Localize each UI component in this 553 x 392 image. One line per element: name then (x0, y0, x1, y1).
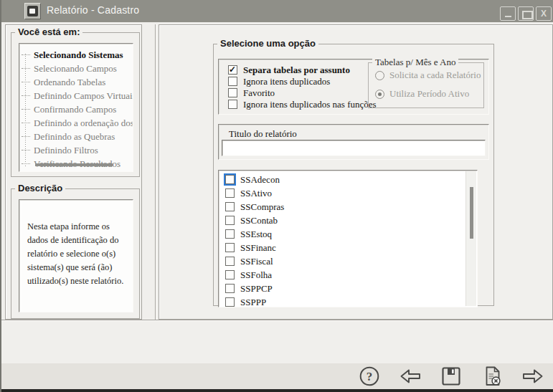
forward-button[interactable] (522, 365, 544, 387)
radio-utiliza-periodo[interactable]: Utiliza Período Ativo (375, 89, 469, 99)
radio-solicita-relatorio[interactable]: Solicita a cada Relatório (375, 70, 481, 80)
tree-branch-icon (22, 109, 30, 110)
system-item-ppp[interactable]: SSPPP (225, 295, 477, 309)
step-item-ordenacao-campos[interactable]: Definindo a ordenação dos Campos (19, 116, 133, 130)
system-item-fiscal[interactable]: SSFiscal (225, 254, 477, 268)
select-option-group-title: Selecione uma opção (217, 38, 318, 49)
checkbox-icon[interactable] (228, 100, 237, 109)
horizontal-scrollbar[interactable] (35, 163, 112, 166)
report-title-label: Titulo do relatório (229, 128, 297, 140)
radio-icon[interactable] (375, 71, 384, 80)
forward-arrow-icon (522, 365, 544, 387)
description-group-title: Descrição (15, 183, 65, 193)
steps-tree[interactable]: Selecionando Sistemas Selecionando Campo… (19, 43, 133, 172)
minimize-button[interactable] (500, 6, 516, 21)
checkbox-icon[interactable] (225, 284, 235, 293)
system-item-compras[interactable]: SSCompras (225, 200, 477, 214)
save-button[interactable] (440, 365, 462, 387)
description-box: Nesta etapa informe os dados de identifi… (19, 199, 133, 312)
report-title-input[interactable] (222, 140, 486, 156)
step-item-ordenando-tabelas[interactable]: Ordenando Tabelas (19, 75, 133, 89)
system-item-folha[interactable]: SSFolha (225, 268, 477, 282)
options-panel: Selecione uma opção Separa tabelas por a… (159, 24, 553, 320)
checkbox-icon[interactable] (225, 188, 235, 198)
tree-branch-icon (22, 150, 30, 150)
navigation-toolbar: ? (1, 363, 553, 389)
option-favorito[interactable]: Favorito (228, 87, 275, 98)
option-separa-tabelas[interactable]: Separa tabelas por assunto (228, 64, 350, 75)
back-arrow-icon (400, 365, 421, 387)
radio-selected-icon[interactable] (375, 90, 384, 99)
steps-group: Você está em: Selecionando Sistemas Sele… (11, 32, 140, 177)
tables-month-year-group: Tabelas p/ Mês e Ano Solicita a cada Rel… (368, 62, 484, 108)
wizard-steps-panel: Você está em: Selecionando Sistemas Sele… (5, 24, 142, 320)
help-button[interactable]: ? (359, 365, 380, 387)
dialog-window: Relatório - Cadastro X Você está em: Sel… (0, 0, 553, 392)
option-ignora-duplicados-funcoes[interactable]: Ignora itens duplicados nas funções (228, 99, 377, 110)
checkbox-icon[interactable] (228, 88, 237, 97)
checkbox-icon[interactable] (225, 297, 235, 307)
save-floppy-icon (440, 365, 462, 387)
svg-text:?: ? (367, 370, 373, 383)
report-title-box: Titulo do relatório (218, 124, 489, 160)
tables-group-title: Tabelas p/ Mês e Ano (372, 57, 458, 68)
delete-report-icon (481, 365, 503, 387)
checkbox-icon[interactable] (225, 202, 235, 211)
help-icon: ? (359, 365, 380, 387)
description-group: Descrição Nesta etapa informe os dados d… (11, 188, 140, 319)
checkbox-focused-icon[interactable] (225, 175, 235, 184)
title-bar[interactable]: Relatório - Cadastro X (1, 0, 553, 22)
description-text: Nesta etapa informe os dados de identifi… (27, 220, 126, 288)
checkbox-icon[interactable] (225, 270, 235, 279)
tree-branch-icon (22, 54, 30, 55)
window-title: Relatório - Cadastro (47, 4, 139, 16)
system-item-estoq[interactable]: SSEstoq (225, 227, 477, 241)
step-item-confirmando-campos[interactable]: Confirmando Campos (19, 102, 133, 116)
system-item-financ[interactable]: SSFinanc (225, 241, 477, 254)
back-button[interactable] (400, 365, 421, 387)
steps-group-title: Você está em: (15, 27, 82, 37)
close-button[interactable]: X (536, 6, 552, 21)
tree-branch-icon (22, 123, 30, 123)
step-item-selecionando-campos[interactable]: Selecionando Campos (19, 62, 133, 75)
option-ignora-duplicados[interactable]: Ignora itens duplicados (228, 76, 330, 87)
scrollbar-thumb[interactable] (470, 187, 473, 239)
system-item-adecon[interactable]: SSAdecon (225, 173, 477, 186)
panel-divider (155, 24, 156, 320)
checkbox-icon[interactable] (225, 229, 235, 239)
report-icon (27, 6, 38, 16)
tree-line-icon (25, 54, 26, 167)
system-item-ppcp[interactable]: SSPPCP (225, 282, 477, 295)
tree-branch-icon (22, 136, 30, 137)
systems-list[interactable]: SSAdecon SSAtivo SSCompras SSContab SSEs… (218, 170, 478, 307)
window-report-icon[interactable] (24, 3, 41, 19)
step-item-quebras[interactable]: Definindo as Quebras (19, 130, 133, 143)
checkbox-options-box: Separa tabelas por assunto Ignora itens … (218, 59, 489, 115)
checkbox-icon[interactable] (225, 243, 235, 252)
tree-branch-icon (22, 82, 30, 82)
maximize-button[interactable] (518, 6, 534, 21)
tree-branch-icon (22, 95, 30, 96)
checkbox-icon[interactable] (228, 77, 237, 86)
step-item-filtros[interactable]: Definindo Filtros (19, 143, 133, 157)
step-item-campos-virtuais[interactable]: Definindo Campos Virtuais (19, 89, 133, 102)
step-item-selecionando-sistemas[interactable]: Selecionando Sistemas (19, 48, 133, 62)
tree-branch-icon (22, 163, 30, 164)
window-bottom-border (1, 389, 553, 392)
tree-branch-icon (22, 68, 30, 69)
checkbox-checked-icon[interactable] (228, 65, 237, 75)
select-option-group: Selecione uma opção Separa tabelas por a… (213, 44, 494, 306)
system-item-contab[interactable]: SSContab (225, 214, 477, 227)
panel-bottom-edge (1, 320, 553, 320)
checkbox-icon[interactable] (225, 216, 235, 225)
vertical-scrollbar[interactable] (465, 171, 476, 306)
system-item-ativo[interactable]: SSAtivo (225, 186, 477, 200)
checkbox-icon[interactable] (225, 257, 235, 266)
delete-report-button[interactable] (481, 365, 503, 387)
